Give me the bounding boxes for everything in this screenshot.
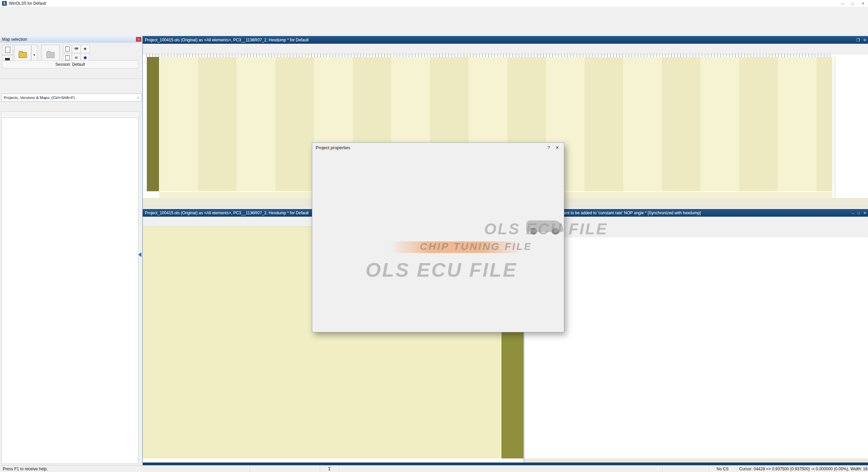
app-title-bar: 5 WinOLS5 for Default — □ ✕ bbox=[0, 0, 868, 7]
status-cell bbox=[339, 466, 663, 472]
dialog-titlebar[interactable]: Project properties ? ✕ bbox=[312, 143, 564, 152]
maximize-icon[interactable]: □ bbox=[857, 211, 860, 215]
close-icon[interactable]: ✕ bbox=[858, 1, 868, 6]
menu-bar bbox=[0, 7, 868, 15]
add-picture-button[interactable]: 🗺 bbox=[72, 45, 81, 53]
overview-strip[interactable] bbox=[147, 57, 159, 191]
minimize-icon[interactable]: – bbox=[852, 211, 854, 215]
hexdump-top-titlebar[interactable]: Project_100415.ols (Original) as <All el… bbox=[143, 36, 868, 44]
window-title: Project_100415.ols (Original) as <All el… bbox=[145, 211, 309, 215]
dropdown-label: Projects, Versions & Maps: (Ctrl+Shift+F… bbox=[4, 96, 75, 100]
column-ruler bbox=[146, 54, 833, 57]
secondary-toolbar bbox=[0, 26, 868, 36]
status-cursor: Cursor: 04428 => 0.937500 (0.937500) -> … bbox=[736, 466, 868, 472]
map-panel-title: Map selection bbox=[2, 37, 27, 42]
map-list bbox=[1, 117, 138, 464]
close-icon[interactable]: ✕ bbox=[554, 145, 560, 150]
folder-gray-icon bbox=[46, 52, 55, 58]
window-title: Project_100415.ols (Original) as <All el… bbox=[145, 38, 309, 42]
map-3d-toolbar bbox=[524, 217, 868, 238]
document-icon bbox=[65, 46, 70, 52]
map-3d-titlebar[interactable]: Angle before knee-point to be added to '… bbox=[524, 209, 868, 217]
status-bar: Press F1 to receive help. Σ No CS Cursor… bbox=[0, 465, 868, 472]
map-selection-panel: Map selection x ▼ 🗺 ❖ ✉ ⬢ Session: Defau… bbox=[0, 36, 143, 465]
app-title: WinOLS5 for Default bbox=[9, 1, 46, 6]
document-icon bbox=[65, 55, 70, 60]
status-help: Press F1 to receive help. bbox=[0, 466, 250, 472]
project-properties-dialog: Project properties ? ✕ bbox=[312, 142, 564, 332]
close-icon[interactable]: ✕ bbox=[863, 211, 866, 215]
maximize-icon[interactable]: □ bbox=[848, 1, 858, 6]
mdi-bottom-strip bbox=[143, 463, 868, 465]
session-label: Session: Default bbox=[55, 62, 85, 67]
help-icon[interactable]: ? bbox=[544, 145, 554, 150]
document-icon bbox=[5, 47, 10, 53]
restore-icon[interactable]: ❐ bbox=[856, 38, 860, 42]
list-column-headers[interactable] bbox=[1, 111, 140, 118]
main-toolbar bbox=[0, 14, 868, 27]
close-icon[interactable]: ✕ bbox=[863, 38, 866, 42]
projects-versions-maps-dropdown[interactable]: Projects, Versions & Maps: (Ctrl+Shift+F… bbox=[1, 94, 142, 102]
status-no-cs: No CS bbox=[709, 466, 736, 472]
filter-row bbox=[1, 102, 139, 110]
dialog-body bbox=[312, 152, 564, 332]
value-axis bbox=[835, 57, 868, 198]
maps-color-button[interactable]: ❖ bbox=[81, 45, 90, 53]
close-icon[interactable]: x bbox=[136, 37, 141, 42]
app-icon: 5 bbox=[2, 1, 7, 6]
new-map-button[interactable] bbox=[2, 45, 13, 55]
status-cell bbox=[250, 466, 320, 472]
dialog-title: Project properties bbox=[316, 145, 350, 150]
map-panel-header[interactable]: Map selection x bbox=[0, 36, 142, 43]
minimize-icon[interactable]: — bbox=[837, 1, 848, 6]
add-document-button[interactable] bbox=[63, 45, 72, 53]
chevron-down-icon: ˅ bbox=[137, 96, 141, 100]
session-bar[interactable]: Session: Default bbox=[2, 60, 138, 68]
panel-collapse-arrow-icon[interactable] bbox=[138, 252, 141, 257]
status-cell bbox=[663, 466, 709, 472]
hexdump-top-toolbar bbox=[143, 44, 868, 54]
map-3d-surface[interactable] bbox=[524, 237, 868, 458]
sigma-icon: Σ bbox=[320, 466, 339, 472]
open-folder-icon bbox=[19, 52, 27, 58]
